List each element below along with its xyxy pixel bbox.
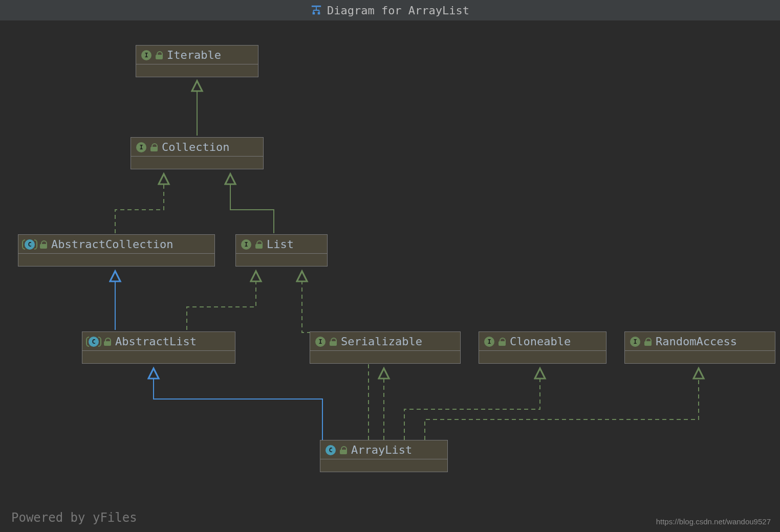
node-list[interactable]: I List	[235, 234, 328, 267]
node-label: AbstractList	[115, 335, 197, 348]
edge-arraylist-randomaccess	[425, 368, 699, 440]
lock-icon	[40, 240, 47, 249]
footer-watermark: https://blog.csdn.net/wandou9527	[656, 517, 771, 526]
lock-icon	[644, 338, 652, 346]
node-array-list[interactable]: C ArrayList	[320, 440, 448, 472]
lock-icon	[340, 446, 347, 454]
interface-badge-icon: I	[630, 337, 640, 347]
interface-badge-icon: I	[484, 337, 494, 347]
lock-icon	[330, 338, 337, 346]
lock-icon	[499, 338, 506, 346]
interface-badge-icon: I	[141, 50, 151, 60]
node-iterable[interactable]: I Iterable	[136, 45, 258, 77]
footer-powered-by: Powered by yFiles	[11, 511, 137, 525]
lock-icon	[255, 240, 263, 249]
abstract-class-badge-icon: C	[24, 239, 36, 250]
node-abstract-collection[interactable]: C AbstractCollection	[18, 234, 215, 267]
edge-arraylist-abstractlist	[154, 368, 322, 440]
node-serializable[interactable]: I Serializable	[310, 331, 461, 364]
edge-abstractcollection-collection	[115, 174, 164, 233]
class-badge-icon: C	[326, 445, 336, 455]
node-label: RandomAccess	[656, 335, 737, 348]
svg-rect-2	[318, 12, 320, 15]
interface-badge-icon: I	[241, 239, 251, 250]
node-random-access[interactable]: I RandomAccess	[624, 331, 775, 364]
node-cloneable[interactable]: I Cloneable	[479, 331, 606, 364]
lock-icon	[150, 143, 158, 151]
window-titlebar: Diagram for ArrayList	[0, 0, 780, 20]
node-abstract-list[interactable]: C AbstractList	[82, 331, 235, 364]
abstract-class-badge-icon: C	[88, 337, 100, 347]
diagram-canvas[interactable]: I Iterable I Collection C AbstractCollec…	[0, 20, 780, 532]
svg-rect-0	[312, 6, 321, 7]
edge-abstractlist-list	[187, 271, 256, 330]
node-label: ArrayList	[351, 444, 412, 456]
node-label: Cloneable	[510, 335, 571, 348]
node-label: List	[267, 238, 294, 251]
interface-badge-icon: I	[136, 142, 146, 152]
node-label: AbstractCollection	[51, 238, 173, 251]
svg-rect-1	[313, 12, 315, 15]
interface-badge-icon: I	[315, 337, 326, 347]
lock-icon	[104, 338, 111, 346]
diagram-icon	[311, 5, 322, 16]
node-label: Iterable	[167, 49, 221, 61]
edge-list-collection	[230, 174, 274, 233]
lock-icon	[156, 51, 163, 59]
node-collection[interactable]: I Collection	[131, 137, 264, 169]
window-title: Diagram for ArrayList	[327, 4, 469, 17]
edge-arraylist-cloneable	[404, 368, 540, 440]
node-label: Collection	[162, 141, 229, 153]
node-label: Serializable	[341, 335, 422, 348]
